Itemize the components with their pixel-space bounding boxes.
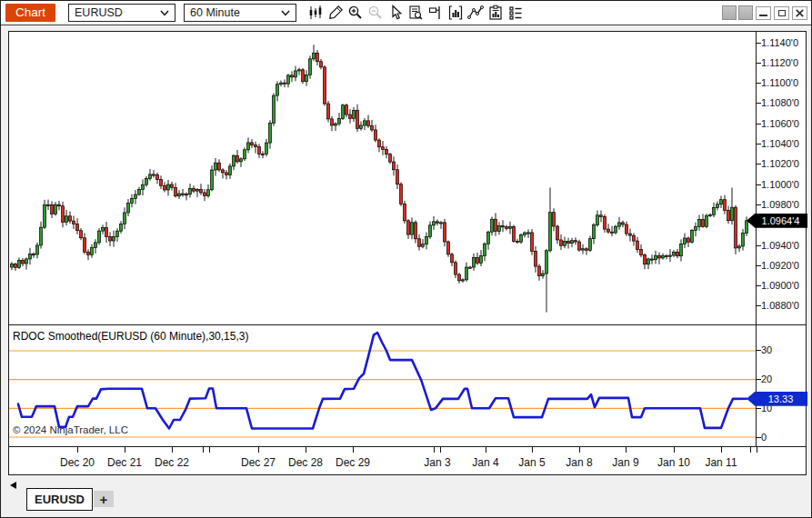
date-tick-label: Dec 20 [52, 456, 103, 469]
chevron-down-icon [281, 10, 290, 16]
indicator-axis[interactable]: 3020100 [761, 324, 808, 446]
interval-link-button[interactable] [738, 5, 753, 20]
date-tick-label: Jan 9 [600, 456, 651, 469]
chevron-down-icon [160, 10, 169, 16]
indicator-tick-label: 20 [761, 374, 807, 384]
document-search-icon[interactable] [406, 4, 426, 22]
window-controls [720, 5, 807, 20]
zoom-out-icon[interactable] [366, 4, 386, 22]
add-tab-button[interactable]: + [94, 491, 114, 507]
price-tick-label: 1.0980'0 [761, 199, 807, 210]
price-tick-label: 1.0920'0 [761, 260, 807, 271]
toolbar: Chart EURUSD 60 Minute [1, 1, 811, 25]
price-tick-label: 1.1140'0 [761, 37, 807, 48]
copyright-text: © 2024 NinjaTrader, LLC [13, 424, 128, 435]
tab-eurusd[interactable]: EURUSD [26, 488, 93, 511]
price-tick-label: 1.1020'0 [761, 158, 807, 169]
minimize-icon [759, 15, 767, 16]
time-axis[interactable]: Dec 20Dec 21Dec 22Dec 27Dec 28Dec 29Jan … [1, 446, 807, 475]
date-tick-label: Jan 4 [460, 456, 511, 469]
price-tick-label: 1.0900'0 [761, 280, 807, 291]
chart-plot-area[interactable] [8, 31, 807, 475]
indicators-icon[interactable] [446, 4, 466, 22]
maximize-icon [778, 10, 786, 16]
toolbar-icons [306, 4, 526, 22]
scroll-tabs-left-icon[interactable] [10, 482, 16, 489]
date-tick-label: Jan 10 [648, 456, 699, 469]
date-tick-label: Dec 28 [280, 456, 331, 469]
indicator-label: RDOC Smoothed(EURUSD (60 Minute),30,15,3… [13, 330, 248, 343]
indicator-value-badge: 13.33 [747, 392, 807, 406]
close-icon [796, 9, 804, 17]
instrument-value: EURUSD [75, 6, 123, 19]
price-tick-label: 1.1120'0 [761, 57, 807, 68]
instrument-selector[interactable]: EURUSD [68, 4, 175, 22]
chart-window: Chart EURUSD 60 Minute [0, 0, 812, 518]
chart-trader-icon[interactable] [426, 4, 446, 22]
interval-selector[interactable]: 60 Minute [184, 4, 296, 22]
indicator-tick-label: 0 [761, 432, 807, 443]
data-series-icon[interactable] [506, 4, 526, 22]
indicator-tick-label: 30 [761, 344, 807, 355]
window-tab-chart[interactable]: Chart [5, 4, 55, 22]
interval-value: 60 Minute [190, 6, 240, 19]
strategies-icon[interactable] [466, 4, 486, 22]
price-tick-label: 1.1060'0 [761, 118, 807, 129]
price-tick-label: 1.0880'0 [761, 300, 807, 311]
minimize-button[interactable] [756, 6, 771, 20]
drawing-tools-icon[interactable] [326, 4, 346, 22]
maximize-button[interactable] [774, 6, 789, 20]
last-price-badge: 1.0964'4 [747, 214, 807, 228]
zoom-in-icon[interactable] [346, 4, 366, 22]
price-tick-label: 1.1100'0 [761, 77, 807, 88]
date-tick-label: Dec 27 [233, 456, 284, 469]
date-tick-label: Jan 11 [696, 456, 747, 469]
date-tick-label: Jan 8 [554, 456, 605, 469]
date-tick-label: Dec 22 [146, 456, 197, 469]
cursor-icon[interactable] [386, 4, 406, 22]
date-tick-label: Dec 21 [99, 456, 150, 469]
price-tick-label: 1.1080'0 [761, 97, 807, 108]
chart-properties-icon[interactable] [486, 4, 506, 22]
date-tick-label: Dec 29 [327, 456, 378, 469]
price-tick-label: 1.0940'0 [761, 240, 807, 251]
date-tick-label: Jan 5 [506, 456, 557, 469]
price-tick-label: 1.1000'0 [761, 179, 807, 190]
chart-style-icon[interactable] [306, 4, 326, 22]
close-button[interactable] [792, 6, 807, 20]
price-tick-label: 1.1040'0 [761, 138, 807, 149]
date-tick-label: Jan 3 [412, 456, 463, 469]
price-axis[interactable]: 1.1140'01.1120'01.1100'01.1080'01.1060'0… [761, 31, 808, 324]
instrument-link-button[interactable] [722, 5, 737, 20]
